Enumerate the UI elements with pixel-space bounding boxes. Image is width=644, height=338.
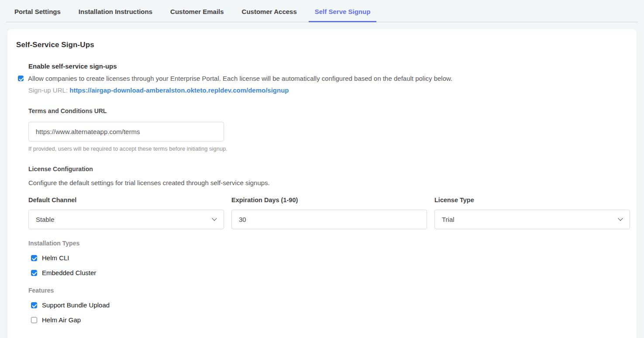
helm-cli-checkbox[interactable]: [31, 255, 37, 261]
tab-installation-instructions[interactable]: Installation Instructions: [72, 0, 158, 22]
support-bundle-upload-label: Support Bundle Upload: [42, 301, 110, 309]
license-configuration-description: Configure the default settings for trial…: [28, 179, 628, 186]
enable-signups-heading: Enable self-service sign-ups: [28, 62, 628, 70]
signup-url-line: Sign-up URL: https://airgap-download-amb…: [28, 86, 628, 94]
feature-row-support-bundle-upload: Support Bundle Upload: [31, 301, 628, 309]
enable-signups-checkbox[interactable]: [18, 76, 24, 81]
page-title: Self-Service Sign-Ups: [16, 41, 628, 49]
installation-type-row-embedded-cluster: Embedded Cluster: [31, 269, 628, 276]
embedded-cluster-label: Embedded Cluster: [42, 269, 96, 276]
expiration-days-field: Expiration Days (1-90): [231, 197, 427, 229]
expiration-days-input[interactable]: [231, 210, 427, 229]
signup-url-label: Sign-up URL:: [28, 86, 68, 94]
license-type-select[interactable]: Trial: [434, 210, 630, 229]
settings-tab-bar: Portal Settings Installation Instruction…: [6, 0, 638, 22]
terms-url-label: Terms and Conditions URL: [28, 107, 628, 114]
signup-url-link[interactable]: https://airgap-download-amberalston.okte…: [69, 86, 289, 94]
helm-cli-label: Helm CLI: [42, 254, 69, 262]
embedded-cluster-checkbox[interactable]: [31, 270, 37, 276]
installation-types-label: Installation Types: [28, 240, 628, 247]
license-type-label: License Type: [434, 197, 630, 203]
self-serve-signup-panel: Self-Service Sign-Ups Enable self-servic…: [7, 29, 637, 338]
tab-self-serve-signup[interactable]: Self Serve Signup: [309, 0, 377, 22]
terms-url-input[interactable]: [28, 122, 224, 141]
default-channel-select[interactable]: Stable: [28, 210, 224, 229]
tab-customer-emails[interactable]: Customer Emails: [164, 0, 230, 22]
signup-settings-section: Enable self-service sign-ups Allow compa…: [28, 62, 628, 324]
enable-signups-row: Allow companies to create licenses throu…: [18, 74, 628, 83]
default-channel-field: Default Channel Stable: [28, 197, 224, 229]
helm-air-gap-checkbox[interactable]: [31, 317, 37, 323]
terms-url-helper: If provided, users will be required to a…: [28, 145, 628, 152]
expiration-days-label: Expiration Days (1-90): [231, 197, 427, 203]
default-channel-label: Default Channel: [28, 197, 224, 203]
license-type-field: License Type Trial: [434, 197, 630, 229]
license-configuration-label: License Configuration: [28, 166, 628, 172]
support-bundle-upload-checkbox[interactable]: [31, 302, 37, 308]
enable-signups-description: Allow companies to create licenses throu…: [28, 74, 452, 83]
helm-air-gap-label: Helm Air Gap: [42, 316, 81, 324]
feature-row-helm-air-gap: Helm Air Gap: [31, 316, 628, 324]
tab-portal-settings[interactable]: Portal Settings: [8, 0, 67, 22]
license-config-grid: Default Channel Stable Expiration Days (…: [28, 197, 628, 229]
tab-customer-access[interactable]: Customer Access: [236, 0, 303, 22]
installation-type-row-helm-cli: Helm CLI: [31, 254, 628, 262]
features-label: Features: [28, 287, 628, 294]
